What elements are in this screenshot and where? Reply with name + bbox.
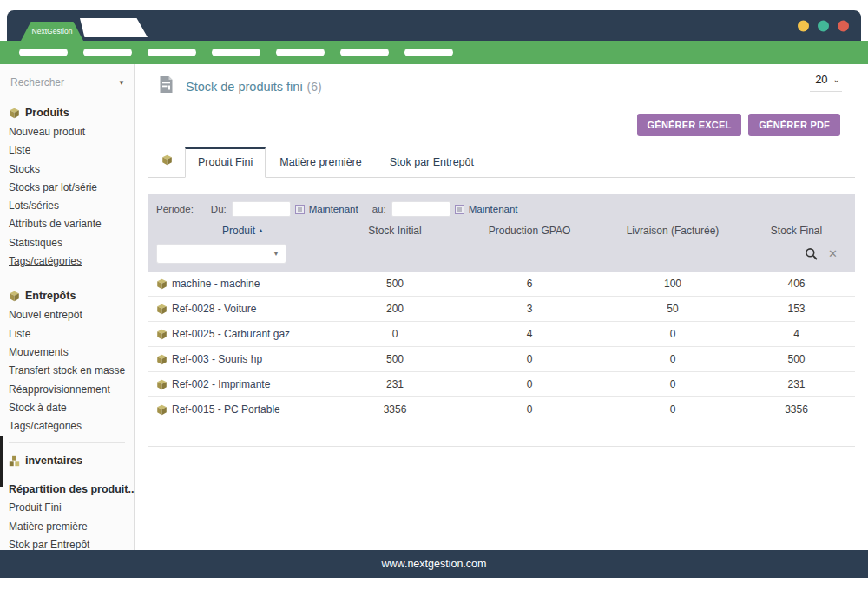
package-icon <box>156 278 168 290</box>
sidebar-item-stocks-par-lot-serie[interactable]: Stocks par lot/série <box>9 179 134 197</box>
column-header-stock-initial[interactable]: Stock Initial <box>339 219 451 241</box>
nav-pill-5[interactable] <box>276 49 325 56</box>
product-name: Ref-002 - Imprimante <box>172 378 270 390</box>
production-gpao-cell: 0 <box>451 378 608 390</box>
sidebar-item-stock-a-date[interactable]: Stock à date <box>9 399 134 417</box>
search-button[interactable] <box>805 247 819 261</box>
period-label: Période: <box>156 204 194 214</box>
window-dot-teal[interactable] <box>818 20 829 31</box>
close-icon: ✕ <box>828 247 838 260</box>
sidebar-item-tags-categories[interactable]: Tags/catégories <box>9 417 134 435</box>
sidebar-item-liste[interactable]: Liste <box>9 325 134 344</box>
sidebar-item-matiere-premiere[interactable]: Matière première <box>9 518 134 536</box>
product-name: Ref-0025 - Carburant gaz <box>172 328 290 340</box>
period-from-input[interactable] <box>232 201 291 217</box>
calendar-icon[interactable] <box>295 205 305 214</box>
nav-pill-2[interactable] <box>83 49 132 56</box>
clear-filter-button[interactable]: ✕ <box>828 247 838 260</box>
brand-tab[interactable]: NextGestion <box>21 22 83 41</box>
footer-bar: www.nextgestion.com <box>0 550 868 578</box>
sidebar-section-produits: Produits <box>9 107 134 119</box>
nav-pill-6[interactable] <box>340 49 389 56</box>
product-name: Ref-0015 - PC Portable <box>172 403 280 416</box>
stock-final-cell: 231 <box>738 378 855 390</box>
table-footer-divider <box>148 446 855 447</box>
product-cell-link[interactable]: Ref-0015 - PC Portable <box>148 403 339 416</box>
tab-produit-fini[interactable]: Produit Fini <box>185 147 266 178</box>
stock-initial-cell: 200 <box>339 303 451 315</box>
column-header-production-gpao[interactable]: Production GPAO <box>451 219 608 241</box>
sidebar-item-tags-categories[interactable]: Tags/catégories <box>9 252 134 271</box>
sidebar-item-transfert-stock-en-masse[interactable]: Transfert stock en masse <box>9 362 134 380</box>
table-row: Ref-0028 - Voiture200350153 <box>148 297 855 322</box>
sidebar-item-attributs-de-variante[interactable]: Attributs de variante <box>9 215 134 233</box>
period-to-input[interactable] <box>391 201 450 217</box>
footer-url[interactable]: www.nextgestion.com <box>382 558 487 570</box>
window-controls <box>798 20 849 31</box>
filter-panel: Période: Du: Maintenant au: Maintenant P… <box>148 194 855 272</box>
sidebar-search-placeholder: Rechercher <box>10 76 64 88</box>
product-cell-link[interactable]: Ref-003 - Souris hp <box>148 353 339 365</box>
table-row: Ref-002 - Imprimante23100231 <box>148 372 855 397</box>
product-cell-link[interactable]: Ref-0028 - Voiture <box>148 303 339 315</box>
stock-final-cell: 3356 <box>738 403 855 416</box>
main-navbar <box>0 41 868 64</box>
nav-pill-3[interactable] <box>148 49 196 56</box>
production-gpao-cell: 6 <box>451 278 608 290</box>
sidebar-item-liste[interactable]: Liste <box>9 141 134 160</box>
product-cell-link[interactable]: Ref-0025 - Carburant gaz <box>148 328 339 340</box>
package-icon <box>156 404 168 416</box>
sidebar-item-stocks[interactable]: Stocks <box>9 160 134 179</box>
product-cell-link[interactable]: Ref-002 - Imprimante <box>148 378 339 390</box>
nav-pill-7[interactable] <box>404 49 453 56</box>
generate-excel-button[interactable]: GÉNÉRER EXCEL <box>637 114 742 136</box>
secondary-tab[interactable] <box>80 18 148 37</box>
sidebar-item-nouvel-entrepot[interactable]: Nouvel entrepôt <box>9 306 134 324</box>
column-header-livraison-facturee[interactable]: Livraison (Facturée) <box>608 219 738 241</box>
sidebar-item-reapprovisionnement[interactable]: Réapprovisionnement <box>9 381 134 399</box>
column-header-stock-final[interactable]: Stock Final <box>738 219 855 241</box>
generate-pdf-button[interactable]: GÉNÉRER PDF <box>748 114 840 136</box>
table-row: Ref-003 - Souris hp50000500 <box>148 347 855 372</box>
page-size-value: 20 <box>815 73 827 86</box>
sidebar-scrollbar[interactable] <box>0 436 3 487</box>
tab-stok-par-entrepot[interactable]: Stok par Entrepôt <box>376 147 488 177</box>
app-window: NextGestion Rechercher ▼ ProduitsNouveau… <box>0 0 868 589</box>
period-to-now-link[interactable]: Maintenant <box>469 204 518 214</box>
nav-pill-4[interactable] <box>212 49 260 56</box>
window-dot-red[interactable] <box>838 20 849 31</box>
window-dot-yellow[interactable] <box>798 20 809 31</box>
nav-pill-1[interactable] <box>19 49 68 56</box>
table-row: Ref-0025 - Carburant gaz0404 <box>148 322 855 347</box>
table-filter-row: ▼ ✕ <box>148 241 855 272</box>
sidebar-item-nouveau-produit[interactable]: Nouveau produit <box>9 123 134 141</box>
sidebar-item-mouvements[interactable]: Mouvements <box>9 344 134 362</box>
body-area: Rechercher ▼ ProduitsNouveau produitList… <box>0 64 868 550</box>
stock-final-cell: 153 <box>738 303 855 315</box>
livraison-cell: 50 <box>608 303 738 315</box>
sidebar-divider <box>9 278 125 278</box>
product-cell-link[interactable]: machine - machine <box>148 278 339 290</box>
sidebar-section-entrepots: Entrepôts <box>9 290 134 302</box>
sidebar-search-select[interactable]: Rechercher ▼ <box>9 75 127 95</box>
stock-final-cell: 500 <box>738 353 855 365</box>
export-actions: GÉNÉRER EXCEL GÉNÉRER PDF <box>148 114 855 136</box>
product-filter-select[interactable]: ▼ <box>156 244 286 264</box>
production-gpao-cell: 0 <box>451 403 608 416</box>
sidebar-item-lots-series[interactable]: Lots/séries <box>9 197 134 215</box>
sidebar-item-produit-fini[interactable]: Produit Fini <box>9 499 134 517</box>
calendar-icon[interactable] <box>455 205 464 214</box>
page-size-select[interactable]: 20 ⌄ <box>810 73 842 92</box>
inventory-icon <box>9 455 20 467</box>
package-icon <box>161 154 173 166</box>
column-header-produit[interactable]: Produit▲ <box>148 219 339 241</box>
table-row: Ref-0015 - PC Portable3356003356 <box>148 397 855 422</box>
sidebar-item-statistiques[interactable]: Statistiques <box>9 234 134 252</box>
stock-final-cell: 406 <box>738 278 855 290</box>
period-from-label: Du: <box>211 204 227 214</box>
package-icon <box>161 154 173 169</box>
livraison-cell: 0 <box>608 403 738 416</box>
tab-matiere-premiere[interactable]: Matière première <box>266 147 375 177</box>
period-from-now-link[interactable]: Maintenant <box>309 204 358 214</box>
production-gpao-cell: 4 <box>451 328 608 340</box>
